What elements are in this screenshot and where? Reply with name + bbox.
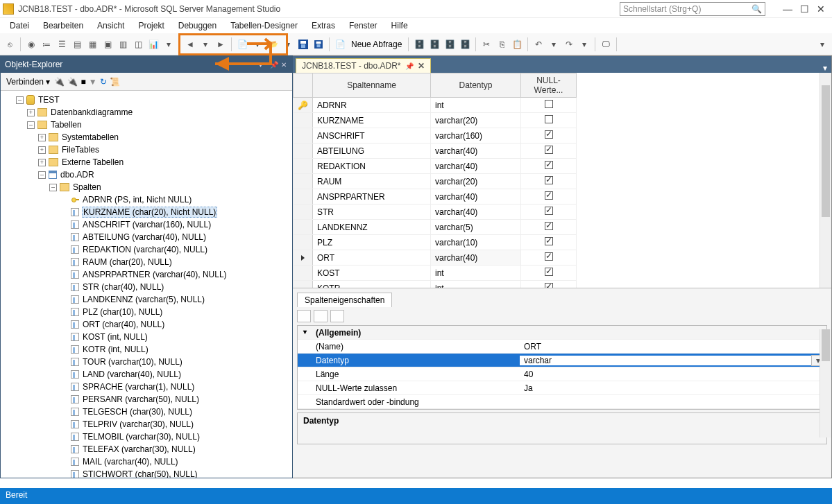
row-header[interactable] xyxy=(294,235,313,250)
cell-allow-nulls[interactable] xyxy=(521,159,577,174)
property-row[interactable]: (Name)ORT xyxy=(298,340,826,354)
connect-dropdown[interactable]: Verbinden ▾ xyxy=(5,77,51,87)
refresh-icon[interactable]: ↻ xyxy=(100,77,107,87)
cell-data-type[interactable]: int xyxy=(431,266,521,281)
menu-extras[interactable]: Extras xyxy=(306,19,341,33)
document-tab[interactable]: JCNB18.TEST - dbo.ADR* 📌 ✕ xyxy=(296,58,431,73)
tool-b[interactable]: ▤ xyxy=(70,37,84,51)
tool-f[interactable]: ◫ xyxy=(131,37,145,51)
db-icon-1[interactable]: 🗄️ xyxy=(412,37,426,51)
tree-dbo-adr[interactable]: dbo.ADR xyxy=(60,170,95,180)
property-value[interactable]: 40 xyxy=(520,370,826,379)
cell-data-type[interactable]: varchar(160) xyxy=(431,128,521,144)
tree-column[interactable]: ADRNR (PS, int, Nicht NULL) xyxy=(82,195,192,205)
tree-column[interactable]: SPRACHE (varchar(1), NULL) xyxy=(82,382,195,392)
tab-strip-dropdown[interactable]: ▾ xyxy=(819,63,831,73)
undo-dd[interactable]: ▾ xyxy=(547,37,561,51)
db-icon-2[interactable]: 🗄️ xyxy=(427,37,441,51)
connect-icon[interactable]: 🔌 xyxy=(54,77,65,87)
script-icon[interactable]: 📜 xyxy=(110,77,120,87)
menu-hilfe[interactable]: Hilfe xyxy=(386,19,414,33)
tree-column[interactable]: PERSANR (varchar(50), NULL) xyxy=(82,394,200,404)
tab-close-icon[interactable]: ✕ xyxy=(418,61,425,71)
cell-column-name[interactable]: RAUM xyxy=(313,174,431,189)
cell-column-name[interactable]: KURZNAME xyxy=(313,113,431,128)
cell-data-type[interactable]: varchar(40) xyxy=(431,144,521,159)
cell-allow-nulls[interactable] xyxy=(521,98,577,113)
header-columnname[interactable]: Spaltenname xyxy=(313,73,431,98)
save-button[interactable] xyxy=(296,37,310,51)
tree-column[interactable]: KURZNAME (char(20), Nicht NULL) xyxy=(82,207,217,218)
property-row[interactable]: Standardwert oder -bindung xyxy=(298,395,826,409)
row-header[interactable] xyxy=(294,266,313,281)
row-header[interactable] xyxy=(294,205,313,220)
tool-filter[interactable]: ≔ xyxy=(40,37,53,51)
property-group-general[interactable]: ▾(Allgemein) xyxy=(298,326,826,340)
tree-column[interactable]: TELGESCH (char(30), NULL) xyxy=(82,407,193,417)
cell-column-name[interactable]: REDAKTION xyxy=(313,159,431,174)
tool-dd[interactable]: ▾ xyxy=(162,37,176,51)
cell-data-type[interactable]: varchar(5) xyxy=(431,220,521,235)
tool-d[interactable]: ▣ xyxy=(101,37,114,51)
property-row[interactable]: NULL-Werte zulassenJa xyxy=(298,381,826,395)
undo-icon[interactable]: ↶ xyxy=(532,37,545,51)
row-header[interactable] xyxy=(294,189,313,205)
tree-external-tables[interactable]: Externe Tabellen xyxy=(61,157,124,167)
object-tree[interactable]: –TEST +Datenbankdiagramme –Tabellen +Sys… xyxy=(1,91,292,478)
menu-projekt[interactable]: Projekt xyxy=(133,19,169,33)
tab-pin-icon[interactable]: 📌 xyxy=(405,62,414,70)
cell-column-name[interactable]: ABTEILUNG xyxy=(313,144,431,159)
cell-data-type[interactable]: varchar(40) xyxy=(431,205,521,220)
row-header[interactable]: 🔑 xyxy=(294,98,313,113)
minimize-button[interactable]: — xyxy=(779,3,796,15)
cell-column-name[interactable]: PLZ xyxy=(313,235,431,250)
tool-e[interactable]: ▥ xyxy=(116,37,130,51)
header-allow-nulls[interactable]: NULL-Werte... xyxy=(521,73,577,98)
prop-categorized-icon[interactable] xyxy=(297,310,311,322)
display-icon[interactable]: 🖵 xyxy=(599,37,613,51)
tree-column[interactable]: TELPRIV (varchar(30), NULL) xyxy=(82,419,194,429)
toolbar-overflow[interactable]: ▾ xyxy=(815,37,829,51)
tree-column[interactable]: ANSPRPARTNER (varchar(40), NULL) xyxy=(82,270,228,279)
cut-icon[interactable]: ✂ xyxy=(479,37,493,51)
cell-column-name[interactable]: ANSCHRIFT xyxy=(313,128,431,144)
tree-column[interactable]: LANDKENNZ (varchar(5), NULL) xyxy=(82,295,205,304)
tool-c[interactable]: ▦ xyxy=(85,37,99,51)
cell-allow-nulls[interactable] xyxy=(521,128,577,144)
new-query-icon[interactable]: 📄 xyxy=(333,37,347,51)
menu-debuggen[interactable]: Debuggen xyxy=(173,19,222,33)
nav-back-icon[interactable]: ◉ xyxy=(24,37,38,51)
tree-diagrams[interactable]: Datenbankdiagramme xyxy=(50,107,133,117)
cell-data-type[interactable]: int xyxy=(431,281,521,288)
new-query-button[interactable]: Neue Abfrage xyxy=(348,40,405,49)
properties-scrollbar[interactable] xyxy=(820,329,831,437)
row-header[interactable] xyxy=(294,128,313,144)
menu-tabellen-designer[interactable]: Tabellen-Designer xyxy=(225,19,303,33)
tool-a[interactable]: ☰ xyxy=(55,37,69,51)
menu-ansicht[interactable]: Ansicht xyxy=(92,19,130,33)
tree-column[interactable]: TELEFAX (varchar(30), NULL) xyxy=(82,444,196,454)
row-header[interactable] xyxy=(294,159,313,174)
disconnect-icon[interactable]: 🔌 xyxy=(67,77,78,87)
tree-column[interactable]: TELMOBIL (varchar(30), NULL) xyxy=(82,432,201,442)
row-header[interactable] xyxy=(294,220,313,235)
tree-column[interactable]: ABTEILUNG (varchar(40), NULL) xyxy=(82,232,207,242)
row-header[interactable] xyxy=(294,113,313,128)
cell-allow-nulls[interactable] xyxy=(521,220,577,235)
cell-allow-nulls[interactable] xyxy=(521,281,577,288)
quick-launch-search[interactable]: Schnellstart (Strg+Q) 🔍 xyxy=(620,2,765,16)
redo-icon[interactable]: ↷ xyxy=(562,37,576,51)
cell-data-type[interactable]: varchar(10) xyxy=(431,235,521,250)
db-icon-4[interactable]: 🗄️ xyxy=(458,37,472,51)
cell-allow-nulls[interactable] xyxy=(521,189,577,205)
tree-column[interactable]: KOST (int, NULL) xyxy=(82,332,148,342)
cell-allow-nulls[interactable] xyxy=(521,250,577,266)
tree-column[interactable]: STR (char(40), NULL) xyxy=(82,282,164,292)
cell-allow-nulls[interactable] xyxy=(521,235,577,250)
cell-column-name[interactable]: ORT xyxy=(313,250,431,266)
tree-column[interactable]: STICHWORT (char(50), NULL) xyxy=(82,469,198,478)
save-all-button[interactable] xyxy=(312,37,325,51)
cell-allow-nulls[interactable] xyxy=(521,174,577,189)
property-row[interactable]: Länge40 xyxy=(298,367,826,381)
property-value[interactable]: ORT xyxy=(520,342,826,351)
